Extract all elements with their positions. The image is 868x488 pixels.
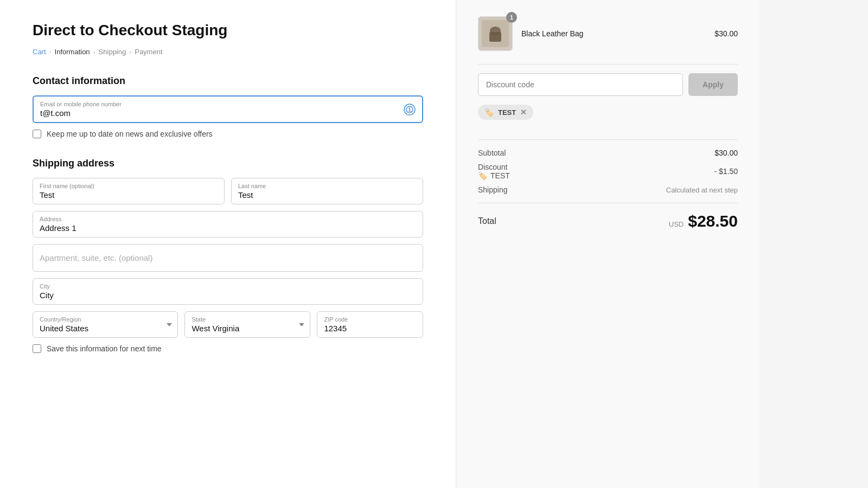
email-field-group: Email or mobile phone number t@t.com 1 [33,95,423,123]
divider-2 [478,139,738,140]
shipping-section: Shipping address First name (optional) T… [33,158,423,353]
page-title: Direct to Checkout Staging [33,22,423,39]
country-field[interactable]: Country/Region United States [33,311,178,338]
contact-section: Contact information Email or mobile phon… [33,75,423,138]
address-value: Address 1 [40,223,76,233]
discount-tag-icon: 🏷️ [478,171,487,180]
discount-inline: 🏷️ TEST [478,171,512,180]
svg-rect-6 [493,30,498,32]
state-label: State [192,316,290,323]
remove-tag-button[interactable]: ✕ [520,108,527,116]
product-image-wrap: 1 [478,16,513,51]
discount-amount: - $1.50 [714,167,738,176]
apply-button[interactable]: Apply [688,73,738,96]
discount-summary-row: Discount 🏷️ TEST - $1.50 [478,163,738,180]
product-name: Black Leather Bag [521,29,706,38]
state-arrow-icon [299,323,304,326]
shipping-label: Shipping [478,185,508,194]
discount-tag-chip: 🏷️ TEST ✕ [478,105,533,120]
newsletter-checkbox[interactable] [33,130,41,138]
region-row: Country/Region United States State West … [33,311,423,338]
contact-section-title: Contact information [33,75,423,87]
breadcrumb-sep-3: › [129,48,131,56]
total-row: Total USD $28.50 [478,203,738,230]
right-panel: 1 Black Leather Bag $30.00 Apply 🏷️ TEST… [456,0,760,488]
email-field-wrapper[interactable]: Email or mobile phone number t@t.com 1 [33,95,423,123]
city-field-group: City City [33,278,423,305]
discount-code-label: TEST [490,171,510,180]
save-info-label[interactable]: Save this information for next time [47,344,162,353]
address-field[interactable]: Address Address 1 [33,211,423,237]
breadcrumb: Cart › Information › Shipping › Payment [33,48,423,56]
save-info-row: Save this information for next time [33,344,423,353]
product-image [478,16,513,51]
country-label: Country/Region [40,316,158,323]
breadcrumb-shipping: Shipping [99,48,126,56]
name-row: First name (optional) Test Last name Tes… [33,178,423,204]
product-price: $30.00 [714,29,738,38]
breadcrumb-payment: Payment [135,48,162,56]
email-value: t@t.com [40,108,71,118]
svg-text:1: 1 [408,107,411,113]
apt-field[interactable]: Apartment, suite, etc. (optional) [33,244,423,272]
first-name-field[interactable]: First name (optional) Test [33,178,225,204]
left-panel: Direct to Checkout Staging Cart › Inform… [0,0,456,488]
total-currency: USD [669,220,684,228]
tag-icon: 🏷️ [484,108,494,117]
email-label: Email or mobile phone number [40,101,398,107]
product-row: 1 Black Leather Bag $30.00 [478,16,738,51]
breadcrumb-cart[interactable]: Cart [33,48,46,56]
last-name-field[interactable]: Last name Test [231,178,423,204]
total-amount: $28.50 [688,212,738,230]
breadcrumb-sep-1: › [49,48,52,56]
newsletter-label[interactable]: Keep me up to date on news and exclusive… [47,130,213,138]
shipping-value: Calculated at next step [666,186,738,194]
last-name-value: Test [238,190,253,200]
shipping-summary-row: Shipping Calculated at next step [478,185,738,194]
state-value: West Virginia [192,324,239,333]
address-field-group: Address Address 1 [33,211,423,237]
country-value: United States [40,324,88,333]
state-field[interactable]: State West Virginia [184,311,310,338]
city-value: City [40,291,54,300]
product-quantity-badge: 1 [506,12,517,23]
save-info-checkbox[interactable] [33,344,41,353]
bag-thumbnail-icon [482,20,509,47]
onepassword-icon: 1 [404,104,416,115]
subtotal-label: Subtotal [478,149,506,157]
breadcrumb-information: Information [55,48,90,56]
city-field[interactable]: City City [33,278,423,305]
subtotal-value: $30.00 [714,149,738,157]
total-label: Total [478,216,496,226]
zip-value: 12345 [324,324,347,333]
city-label: City [40,283,399,290]
apt-placeholder: Apartment, suite, etc. (optional) [40,253,152,262]
shipping-section-title: Shipping address [33,158,423,169]
divider-1 [478,64,738,65]
tag-label: TEST [498,108,516,117]
newsletter-row: Keep me up to date on news and exclusive… [33,130,423,138]
country-arrow-icon [167,323,172,326]
discount-row: Apply [478,73,738,96]
last-name-label: Last name [238,183,399,189]
svg-rect-5 [489,32,501,42]
discount-input[interactable] [478,73,683,96]
address-label: Address [40,216,399,222]
apt-field-group: Apartment, suite, etc. (optional) [33,244,423,272]
zip-label: ZIP code [324,316,403,323]
zip-field[interactable]: ZIP code 12345 [317,311,423,338]
first-name-label: First name (optional) [40,183,200,189]
first-name-value: Test [40,190,55,200]
discount-summary-label: Discount 🏷️ TEST [478,163,512,180]
subtotal-row: Subtotal $30.00 [478,149,738,157]
breadcrumb-sep-2: › [93,48,95,56]
total-amount-group: USD $28.50 [669,212,738,230]
